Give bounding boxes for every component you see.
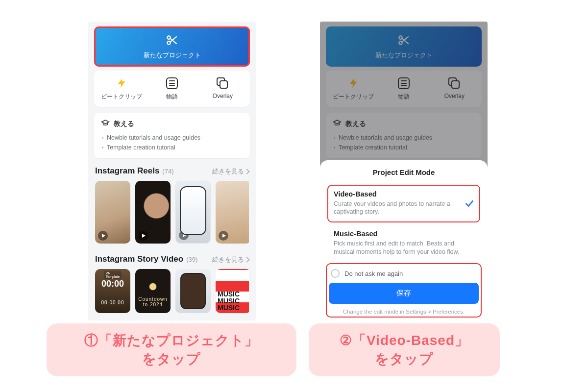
chevron-right-icon xyxy=(244,257,249,262)
new-project-label: 新たなプロジェクト xyxy=(144,51,201,60)
overlay-button[interactable]: Overlay xyxy=(197,77,247,101)
dont-ask-row[interactable]: Do not ask me again xyxy=(329,266,479,283)
story-thumb[interactable]: VN Template 00:00 00 00 00 xyxy=(95,269,130,313)
save-button[interactable]: 保存 xyxy=(329,283,479,304)
teach-item[interactable]: Template creation tutorial xyxy=(101,143,243,152)
section-count: (74) xyxy=(162,168,173,175)
section-title: Instagram Story Video xyxy=(95,254,183,264)
play-icon xyxy=(219,231,228,241)
annotation-step-2: ②「Video-Based」をタップ xyxy=(309,323,500,376)
play-icon xyxy=(179,230,189,240)
new-project-button[interactable]: 新たなプロジェクト xyxy=(94,26,250,67)
list-icon xyxy=(166,77,178,89)
chevron-right-icon xyxy=(244,169,249,174)
story-thumb[interactable]: Countdown to 2024 xyxy=(135,269,171,313)
sheet-title: Project Edit Mode xyxy=(328,168,480,176)
section-story-video: Instagram Story Video (39) 続きを見る VN Temp… xyxy=(88,254,256,313)
teach-item[interactable]: Newbie tutorials and usage guides xyxy=(101,133,243,143)
edit-mode-sheet: Project Edit Mode Video-Based Curate you… xyxy=(320,160,488,321)
story-thumb[interactable] xyxy=(175,269,211,313)
annotation-step-1: ①「新たなプロジェクト」をタップ xyxy=(47,323,296,376)
beat-clip-button[interactable]: ビートクリップ xyxy=(97,77,147,101)
section-reels: Instagram Reels (74) 続きを見る xyxy=(88,166,256,244)
radio-unchecked-icon[interactable] xyxy=(331,269,340,278)
see-more-link[interactable]: 続きを見る xyxy=(212,167,249,176)
option-video-based[interactable]: Video-Based Curate your videos and photo… xyxy=(328,185,480,222)
settings-hint: Change the edit mode in Settings > Prefe… xyxy=(329,309,479,315)
section-title: Instagram Reels xyxy=(95,166,159,176)
quick-actions-card: ビートクリップ 物語 Overlay xyxy=(94,71,250,107)
story-button[interactable]: 物語 xyxy=(147,77,197,101)
reel-thumb[interactable] xyxy=(135,181,171,244)
phone-right: 新たなプロジェクト ビートクリップ 物語 Overlay 教える Newbie … xyxy=(320,22,488,320)
see-more-link[interactable]: 続きを見る xyxy=(212,255,249,264)
option-music-based[interactable]: Music-Based Pick music first and edit to… xyxy=(328,225,480,262)
teach-card[interactable]: 教える Newbie tutorials and usage guides Te… xyxy=(94,113,250,158)
play-icon xyxy=(98,231,108,241)
check-icon xyxy=(464,198,475,209)
play-icon xyxy=(138,231,148,241)
bolt-icon xyxy=(116,77,127,89)
overlay-icon xyxy=(217,77,228,89)
scissors-icon xyxy=(166,34,178,48)
graduation-cap-icon xyxy=(101,119,110,129)
reel-thumb[interactable] xyxy=(95,181,130,244)
story-thumb[interactable]: MUSIC MUSIC MUSIC xyxy=(216,269,249,313)
reel-thumb[interactable] xyxy=(216,181,249,244)
reel-thumb[interactable] xyxy=(175,181,211,244)
section-count: (39) xyxy=(186,256,197,263)
teach-title: 教える xyxy=(114,120,134,128)
phone-left: 新たなプロジェクト ビートクリップ 物語 Overlay 教える Newbie xyxy=(88,22,256,320)
save-group: Do not ask me again 保存 Change the edit m… xyxy=(328,265,480,316)
